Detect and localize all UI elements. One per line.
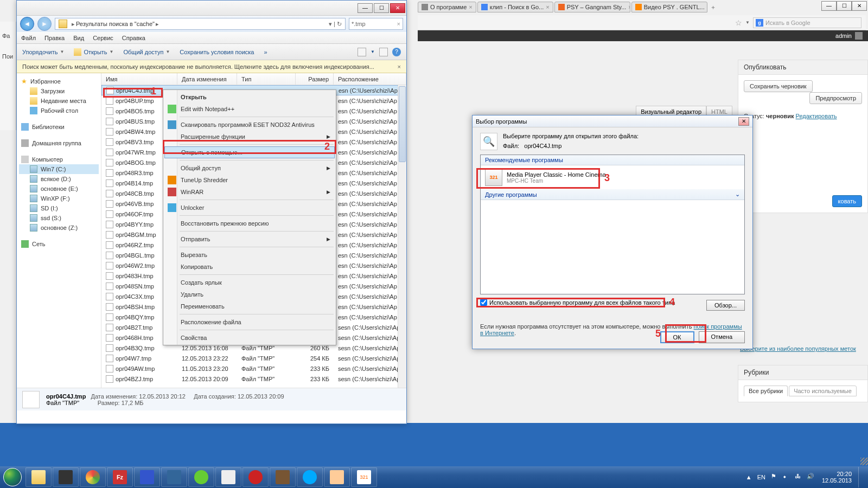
taskbar-explorer[interactable] — [25, 467, 52, 487]
save-search-button[interactable]: Сохранить условия поиска — [180, 49, 254, 55]
context-menu-item[interactable]: WinRAR▶ — [164, 186, 335, 198]
file-row[interactable]: opr04BZJ.tmp12.05.2013 20:09Файл "TMP"23… — [101, 374, 406, 384]
browser-tab[interactable]: клип - Поиск в Go...× — [477, 2, 553, 12]
always-use-checkbox[interactable] — [480, 299, 487, 306]
cancel-button[interactable]: Отмена — [699, 331, 745, 343]
back-button[interactable]: ◄ — [20, 17, 34, 31]
taskbar-app[interactable] — [161, 467, 187, 487]
context-menu-item[interactable]: Отправить▶ — [164, 233, 335, 245]
clock[interactable]: 20:2012.05.2013 — [819, 471, 855, 484]
tab-all-rubrics[interactable]: Все рубрики — [744, 386, 788, 396]
taskbar-calc[interactable] — [215, 467, 241, 487]
show-desktop-button[interactable] — [858, 467, 866, 487]
nav-network[interactable]: Сеть — [19, 239, 99, 249]
maximize-button[interactable]: ☐ — [837, 1, 852, 11]
browse-button[interactable]: Обзор... — [706, 300, 745, 311]
menu-help[interactable]: Справка — [122, 35, 145, 41]
nav-drive[interactable]: ssd (S:) — [19, 213, 99, 223]
nav-drive[interactable]: основное (Z:) — [19, 223, 99, 233]
minimize-button[interactable]: — — [821, 1, 837, 11]
menu-tools[interactable]: Сервис — [93, 35, 113, 41]
context-menu-item[interactable]: Unlocker — [164, 202, 335, 214]
open-button[interactable]: Открыть ▼ — [74, 48, 113, 56]
context-menu-item[interactable]: Edit with Notepad++ — [164, 103, 335, 115]
context-menu-item[interactable]: Вырезать — [164, 249, 335, 261]
context-menu-item[interactable]: Открыть — [164, 91, 335, 103]
taskbar-mpc[interactable]: 321 — [351, 467, 377, 487]
taskbar-paint[interactable] — [324, 467, 350, 487]
close-button[interactable]: ✕ — [390, 3, 405, 13]
admin-user-label[interactable]: admin — [835, 33, 852, 39]
network-icon[interactable]: 🖧 — [795, 473, 803, 481]
context-menu-item[interactable]: Общий доступ▶ — [164, 162, 335, 174]
tray-expand-icon[interactable]: ▲ — [746, 474, 752, 480]
language-indicator[interactable]: EN — [755, 474, 768, 480]
choose-tags-link[interactable]: Выберите из наиболее популярных меток — [738, 343, 868, 354]
close-icon[interactable]: × — [469, 4, 472, 10]
group-other[interactable]: Другие программы⌄ — [481, 189, 744, 200]
avatar[interactable] — [855, 32, 863, 40]
help-icon[interactable]: ? — [392, 48, 401, 56]
address-input[interactable]: ▸ Результаты поиска в "cache" ▸ ▾ | ↻ — [55, 18, 346, 30]
indexing-warning[interactable]: Поиск может быть медленным, поскольку ин… — [17, 60, 406, 73]
col-size[interactable]: Размер — [296, 73, 334, 85]
bookmark-icon[interactable]: ☆ — [735, 18, 742, 27]
menu-file[interactable]: Файл — [21, 35, 36, 41]
context-menu-item[interactable]: Сканировать программой ESET NOD32 Antivi… — [164, 119, 335, 131]
nav-desktop[interactable]: Рабочий стол — [19, 106, 99, 115]
col-date[interactable]: Дата изменения — [177, 73, 237, 85]
new-tab-button[interactable]: ＋ — [709, 3, 718, 11]
col-type[interactable]: Тип — [237, 73, 296, 85]
taskbar-filezilla[interactable]: Fz — [107, 467, 133, 487]
taskbar-app[interactable] — [188, 467, 214, 487]
close-button[interactable]: ✕ — [852, 1, 867, 11]
nav-drive[interactable]: Win7 (C:) — [19, 164, 99, 174]
context-menu-item[interactable]: Расширенные функции▶ — [164, 131, 335, 143]
nav-drive[interactable]: основное (E:) — [19, 184, 99, 194]
nav-drive[interactable]: SD (I:) — [19, 203, 99, 213]
organize-button[interactable]: Упорядочить ▼ — [22, 49, 64, 55]
preview-button[interactable]: Предпросмотр — [809, 92, 862, 104]
menu-edit[interactable]: Правка — [44, 35, 65, 41]
browser-tab[interactable]: О программе× — [418, 2, 476, 12]
scrollbar[interactable] — [398, 85, 406, 388]
publish-button[interactable]: ковать — [832, 195, 862, 207]
context-menu-item[interactable]: Восстановить прежнюю версию — [164, 217, 335, 229]
browser-search-input[interactable]: gИскать в Google — [753, 17, 861, 28]
nav-drive[interactable]: всякое (D:) — [19, 174, 99, 184]
close-button[interactable]: ✕ — [738, 117, 749, 126]
search-input[interactable]: *.tmp× — [349, 18, 403, 30]
nav-homegroup[interactable]: Домашняя группа — [19, 138, 99, 148]
context-menu-item[interactable]: Переименовать — [164, 300, 335, 312]
nav-computer[interactable]: Компьютер — [19, 155, 99, 164]
close-icon[interactable]: × — [628, 4, 630, 10]
nav-libraries[interactable]: Библиотеки — [19, 122, 99, 132]
nav-downloads[interactable]: Загрузки — [19, 86, 99, 96]
menu-view[interactable]: Вид — [73, 35, 84, 41]
forward-button[interactable]: ► — [37, 17, 52, 31]
tray-icon[interactable]: ⚑ — [771, 473, 780, 481]
dialog-titlebar[interactable]: Выбор программы ✕ — [473, 115, 752, 127]
save-draft-button[interactable]: Сохранить черновик — [744, 80, 813, 92]
close-icon[interactable]: × — [398, 63, 401, 70]
context-menu-item[interactable]: Расположение файла — [164, 316, 335, 328]
close-icon[interactable]: × — [707, 4, 707, 10]
preview-pane-icon[interactable] — [379, 48, 388, 56]
taskbar-chrome[interactable] — [80, 467, 106, 487]
program-item[interactable]: 321 Media Player Classic - Home Cinema M… — [481, 165, 744, 189]
context-menu-item[interactable]: TuneUp Shredder — [164, 174, 335, 186]
nav-drive[interactable]: WinXP (F:) — [19, 194, 99, 203]
tray-icon[interactable]: ⬥ — [783, 473, 792, 481]
context-menu-item[interactable]: Копировать — [164, 261, 335, 273]
resize-grip[interactable] — [860, 458, 868, 465]
file-row[interactable]: opr04W7.tmp12.05.2013 23:22Файл "TMP"254… — [101, 353, 406, 363]
context-menu-item[interactable]: Удалить — [164, 288, 335, 300]
column-headers[interactable]: Имя Дата изменения Тип Размер Расположен… — [101, 73, 406, 85]
taskbar-opera[interactable] — [242, 467, 269, 487]
context-menu-item[interactable]: Открыть с помощью... — [164, 146, 335, 158]
taskbar-app[interactable] — [270, 467, 296, 487]
browser-tab[interactable]: PSY – Gangnam Sty...× — [554, 2, 630, 12]
volume-icon[interactable]: 🔊 — [807, 473, 815, 481]
taskbar-app[interactable] — [53, 467, 79, 487]
view-icon[interactable] — [358, 48, 366, 56]
